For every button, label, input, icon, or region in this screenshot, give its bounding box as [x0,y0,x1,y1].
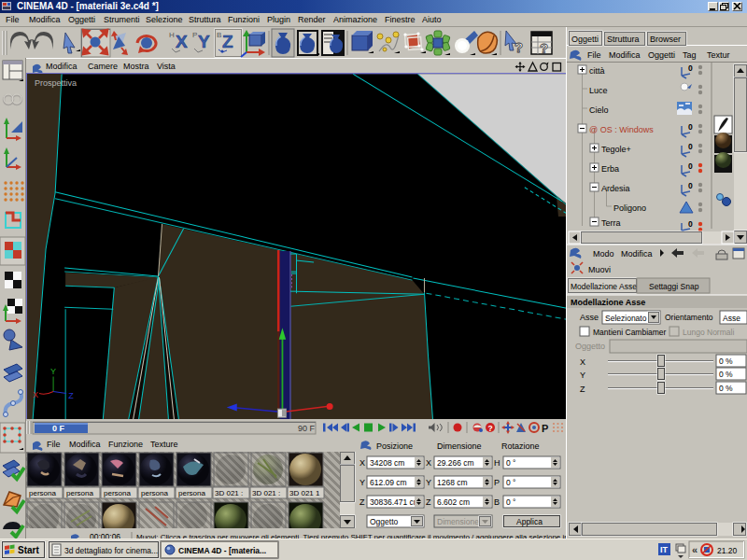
svg-text:Oggetto: Oggetto [575,342,605,351]
svg-text:Dimensione: Dimensione [437,441,482,451]
svg-text:Ardesia: Ardesia [601,184,630,193]
svg-text:B: B [217,31,221,39]
svg-text:persona: persona [66,489,93,497]
svg-text:Z: Z [359,497,365,507]
svg-text:B: B [494,497,500,507]
svg-text:0 %: 0 % [719,357,733,366]
svg-text:Z: Z [426,497,431,507]
svg-text:Asse: Asse [580,313,599,322]
svg-text:persona: persona [104,489,131,497]
svg-text:Mantieni Cambiamer: Mantieni Cambiamer [593,328,667,337]
svg-text:?: ? [488,424,493,433]
svg-text:0 %: 0 % [719,370,733,379]
svg-text:Modellazione Asse: Modellazione Asse [571,282,637,291]
svg-text:Cielo: Cielo [589,105,609,115]
svg-text:0 F: 0 F [52,424,65,433]
svg-text:Z: Z [68,391,74,400]
svg-text:X: X [176,32,188,51]
svg-text:Z: Z [580,385,585,394]
svg-text:0: 0 [688,219,693,229]
svg-text:Start: Start [18,545,39,555]
svg-text:29.266 cm: 29.266 cm [437,458,474,468]
svg-text:persona: persona [178,489,205,497]
svg-text:H: H [494,458,500,468]
svg-text:3D 021 :: 3D 021 : [215,489,243,497]
svg-text:0: 0 [688,181,693,190]
svg-text:0: 0 [688,142,693,151]
svg-text:Browser: Browser [650,35,681,44]
svg-text:persona: persona [141,489,168,497]
svg-text:0: 0 [688,161,693,171]
svg-text:Settaggi Snap: Settaggi Snap [649,282,699,291]
svg-text:3D 021 1: 3D 021 1 [289,489,320,497]
svg-text:0: 0 [688,63,693,73]
svg-text:Z: Z [222,32,233,51]
svg-text:0 °: 0 ° [506,458,516,468]
svg-text:Y: Y [426,478,431,487]
svg-text:Applica: Applica [516,517,543,526]
svg-text:Oggetti: Oggetti [571,35,599,44]
svg-text:CINEMA 4D - [materia...: CINEMA 4D - [materia... [178,546,266,555]
svg-text:Selezionato: Selezionato [605,314,647,323]
svg-text:Dimensione: Dimensione [437,517,479,526]
svg-text:Asse: Asse [723,314,740,323]
svg-text:Y: Y [50,367,56,376]
svg-text:90 F: 90 F [298,424,316,433]
svg-text:Y: Y [580,371,585,380]
svg-text:Tag: Tag [683,50,697,60]
svg-text:Lungo Normali: Lungo Normali [683,328,734,337]
svg-text:@ OS : Windows: @ OS : Windows [589,125,654,134]
svg-text:Textur: Textur [707,50,730,60]
svg-text:21.20: 21.20 [717,546,738,555]
svg-text:Erba: Erba [601,164,619,174]
svg-text:P: P [542,423,548,434]
svg-text:Y: Y [359,478,365,487]
svg-text:Posizione: Posizione [376,441,413,451]
svg-text:H: H [169,31,175,39]
svg-text:Modellazione Asse: Modellazione Asse [571,298,645,307]
svg-text:X: X [580,357,585,367]
svg-text:Modifica: Modifica [609,50,641,60]
svg-text:P: P [192,31,197,39]
svg-text:0: 0 [688,122,693,132]
svg-text:Orientamento: Orientamento [665,313,713,322]
svg-text:30836.471 cr: 30836.471 cr [370,497,416,507]
svg-text:6.602 cm: 6.602 cm [437,497,470,507]
svg-text:Modifica: Modifica [621,249,653,259]
svg-text:34208 cm: 34208 cm [370,458,404,468]
svg-text:0 %: 0 % [719,384,733,393]
svg-text:X: X [359,458,365,468]
svg-text:0 °: 0 ° [506,478,516,487]
svg-text:X: X [426,458,431,468]
svg-text:persona: persona [29,489,56,497]
svg-text:Tegole+: Tegole+ [601,145,631,154]
svg-text:Poligono: Poligono [613,203,646,213]
svg-text:Muovi: Muovi [588,265,611,274]
svg-text:1268 cm: 1268 cm [437,478,468,487]
svg-text:«: « [692,544,698,555]
svg-text:Oggetti: Oggetti [648,50,675,60]
svg-text:IT: IT [660,545,669,554]
svg-text:Terra: Terra [601,218,621,228]
svg-text:città: città [589,66,605,76]
svg-text:X: X [33,390,38,399]
svg-text:Rotazione: Rotazione [501,441,540,451]
svg-text:Oggetto: Oggetto [370,517,399,526]
svg-text:3D 021 :: 3D 021 : [252,489,280,497]
svg-text:3d dettagliato for cinema...: 3d dettagliato for cinema... [64,546,158,555]
svg-text:?: ? [514,39,523,55]
svg-text:0 °: 0 ° [506,497,516,507]
svg-text:File: File [587,50,601,60]
svg-text:Luce: Luce [589,86,608,95]
svg-text:Y: Y [198,32,210,51]
svg-text:Prospettiva: Prospettiva [35,78,78,88]
svg-text:Struttura: Struttura [607,35,640,44]
svg-text:Modo: Modo [593,249,614,259]
svg-text:612.09 cm: 612.09 cm [370,478,407,487]
svg-text:P: P [494,478,500,487]
svg-text:?: ? [540,40,548,56]
